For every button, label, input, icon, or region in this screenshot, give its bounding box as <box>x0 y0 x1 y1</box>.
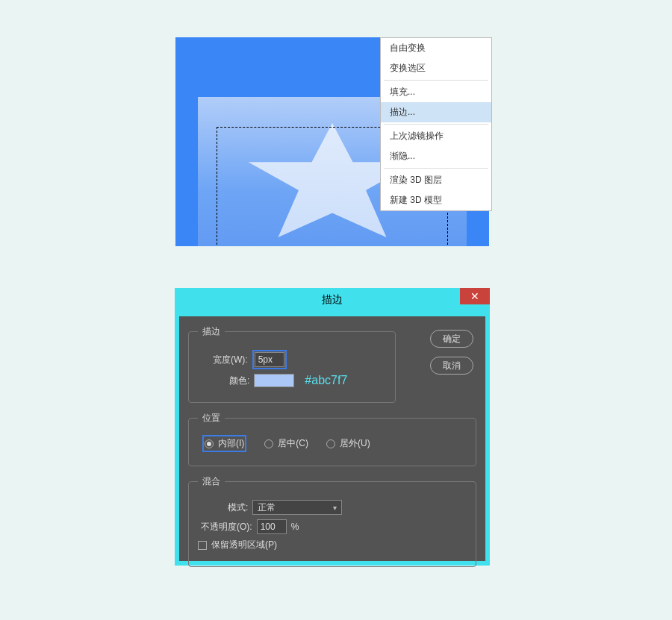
position-legend: 位置 <box>198 412 225 425</box>
dialog-buttons: 确定 取消 <box>430 330 473 375</box>
radio-icon <box>264 439 273 448</box>
blend-fieldset: 混合 模式: 正常 ▾ 不透明度(O): % 保留透明区域(P) <box>188 475 476 567</box>
menu-item-fill[interactable]: 填充... <box>381 82 491 102</box>
opacity-input[interactable] <box>257 519 287 534</box>
menu-item-new-3d-model[interactable]: 新建 3D 模型 <box>381 190 491 210</box>
opacity-label: 不透明度(O): <box>201 521 252 533</box>
mode-label: 模式: <box>228 501 248 514</box>
position-fieldset: 位置 内部(I) 居中(C) 居外(U) <box>188 412 476 466</box>
color-label: 颜色: <box>229 375 249 387</box>
mode-value: 正常 <box>258 501 276 514</box>
stroke-dialog: 描边 ✕ 确定 取消 描边 宽度(W): 颜色: #abc7f7 位置 <box>175 288 490 566</box>
cancel-button[interactable]: 取消 <box>430 357 473 375</box>
width-label: 宽度(W): <box>213 354 248 366</box>
stroke-legend: 描边 <box>198 325 225 338</box>
menu-item-last-filter[interactable]: 上次滤镜操作 <box>381 126 491 146</box>
color-hex-label: #abc7f7 <box>305 374 347 387</box>
width-input[interactable] <box>255 352 284 367</box>
radio-icon <box>326 439 335 448</box>
menu-item-transform-selection[interactable]: 变换选区 <box>381 58 491 78</box>
width-highlight <box>252 350 287 369</box>
radio-center[interactable]: 居中(C) <box>264 437 308 450</box>
radio-outside[interactable]: 居外(U) <box>326 437 370 450</box>
dialog-body: 确定 取消 描边 宽度(W): 颜色: #abc7f7 位置 <box>179 316 485 561</box>
radio-outside-label: 居外(U) <box>340 437 370 450</box>
ok-button[interactable]: 确定 <box>430 330 473 348</box>
dialog-title: 描边 <box>322 293 343 307</box>
dialog-title-bar[interactable]: 描边 ✕ <box>175 288 490 312</box>
mode-select[interactable]: 正常 ▾ <box>252 500 342 515</box>
menu-item-free-transform[interactable]: 自由变换 <box>381 38 491 58</box>
color-swatch[interactable] <box>254 374 294 387</box>
radio-icon <box>205 439 214 448</box>
stroke-fieldset: 描边 宽度(W): 颜色: #abc7f7 <box>188 325 396 403</box>
context-menu: 自由变换 变换选区 填充... 描边... 上次滤镜操作 渐隐... 渲染 3D… <box>380 37 492 211</box>
menu-separator <box>384 124 488 125</box>
blend-legend: 混合 <box>198 475 225 488</box>
radio-inside[interactable]: 内部(I) <box>205 437 244 450</box>
radio-center-label: 居中(C) <box>278 437 308 450</box>
preserve-checkbox[interactable] <box>198 541 207 550</box>
close-icon: ✕ <box>470 290 479 302</box>
menu-separator <box>384 168 488 169</box>
menu-item-stroke[interactable]: 描边... <box>381 102 491 122</box>
menu-item-fade[interactable]: 渐隐... <box>381 146 491 166</box>
preserve-label: 保留透明区域(P) <box>211 539 277 551</box>
radio-inside-label: 内部(I) <box>218 437 244 450</box>
menu-item-render-3d-layer[interactable]: 渲染 3D 图层 <box>381 170 491 190</box>
position-highlight: 内部(I) <box>202 435 246 452</box>
menu-separator <box>384 80 488 81</box>
close-button[interactable]: ✕ <box>460 288 490 304</box>
opacity-suffix: % <box>291 522 299 532</box>
chevron-down-icon: ▾ <box>333 504 337 512</box>
